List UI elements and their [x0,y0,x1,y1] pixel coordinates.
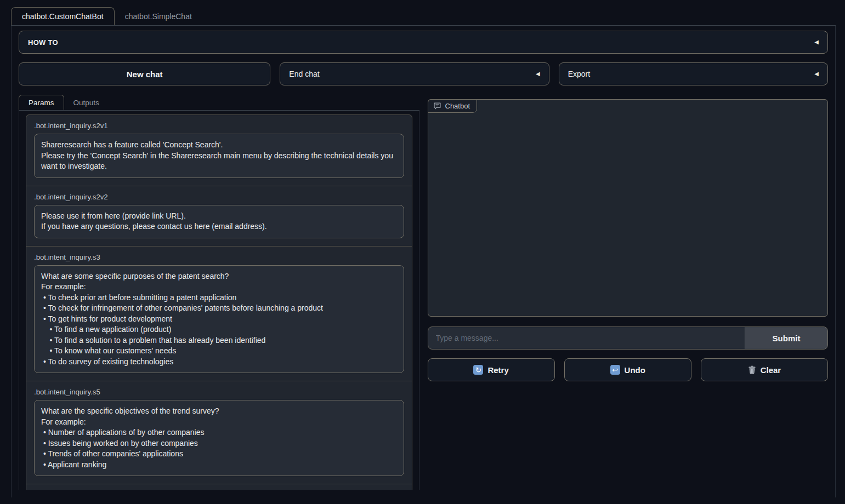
chevron-left-icon: ◀ [536,71,540,77]
field-textarea[interactable]: Shareresearch has a feature called 'Conc… [34,134,404,178]
params-field-group: .bot.intent_inquiry.s2v1 Shareresearch h… [26,114,412,490]
field-label: .bot.intent_inquiry.s2v1 [26,115,412,134]
window-tab-bar: chatbot.CustomChatBot chatbot.SimpleChat [11,7,836,26]
field-textarea[interactable]: Please use it from here (provide link UR… [34,205,404,238]
tab-outputs[interactable]: Outputs [64,95,109,110]
chatbot-panel-label: Chatbot [428,99,478,113]
message-input-row: Submit [428,327,829,350]
tab-content-custom-chatbot: HOW TO ◀ New chat End chat ◀ Export ◀ Pa… [11,26,836,497]
end-chat-accordion[interactable]: End chat ◀ [280,62,549,85]
submit-button[interactable]: Submit [745,327,827,349]
params-tab-bar: Params Outputs [19,95,419,111]
toolbar-row: New chat End chat ◀ Export ◀ [19,62,828,85]
end-chat-label: End chat [289,70,319,78]
field-label: .bot.intent_inquiry.s5 [26,381,412,400]
tab-simple-chat[interactable]: chatbot.SimpleChat [115,7,202,25]
tab-params[interactable]: Params [19,95,64,110]
params-column: Params Outputs .bot.intent_inquiry.s2v1 … [19,95,419,490]
message-input[interactable] [428,327,745,349]
field-textarea[interactable]: What are some specific purposes of the p… [34,265,404,374]
trash-icon [748,365,756,374]
retry-icon: ↻ [473,365,483,375]
field-s3: .bot.intent_inquiry.s3 What are some spe… [26,246,412,374]
field-label: .bot.intent_inquiry.s2v2 [26,186,412,205]
undo-label: Undo [625,365,645,375]
clear-button[interactable]: Clear [701,358,828,381]
chat-column: Chatbot Submit ↻ Retry ↩ Undo [428,95,829,381]
field-s9: .bot.intent_inquiry.s9 [26,484,412,490]
undo-button[interactable]: ↩ Undo [564,358,691,381]
field-s2v1: .bot.intent_inquiry.s2v1 Shareresearch h… [26,115,412,178]
chat-bubble-icon [433,102,441,110]
retry-button[interactable]: ↻ Retry [428,358,555,381]
field-s5: .bot.intent_inquiry.s5 What are the spec… [26,381,412,476]
chatbot-label-text: Chatbot [445,102,470,110]
howto-label: HOW TO [28,38,58,47]
field-s2v2: .bot.intent_inquiry.s2v2 Please use it f… [26,186,412,238]
new-chat-button[interactable]: New chat [19,62,270,85]
undo-icon: ↩ [610,365,620,375]
chatbot-panel: Chatbot [428,99,829,317]
chevron-left-icon: ◀ [814,71,819,77]
field-textarea[interactable]: What are the specific objectives of the … [34,400,404,476]
howto-accordion[interactable]: HOW TO ◀ [19,31,828,54]
export-accordion[interactable]: Export ◀ [559,62,828,85]
clear-label: Clear [761,365,781,375]
export-label: Export [568,70,590,78]
chat-actions-row: ↻ Retry ↩ Undo [428,358,829,381]
params-tab-content: .bot.intent_inquiry.s2v1 Shareresearch h… [19,111,419,490]
field-label: .bot.intent_inquiry.s9 [26,484,412,490]
field-label: .bot.intent_inquiry.s3 [26,247,412,265]
retry-label: Retry [487,365,508,375]
chevron-left-icon: ◀ [814,39,819,45]
tab-custom-chatbot[interactable]: chatbot.CustomChatBot [11,7,115,25]
